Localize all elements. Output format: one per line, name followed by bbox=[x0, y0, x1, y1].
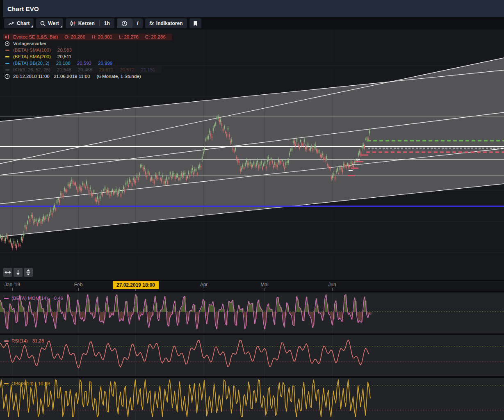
unfold-vertical-icon bbox=[25, 269, 31, 276]
legend-text: 20,572 bbox=[120, 67, 134, 72]
obos-panel[interactable]: OBOS(14) 10,39 bbox=[0, 376, 504, 420]
legend-row-bollinger[interactable]: (BETA) BB(20, 2)20,18820,59320,999 bbox=[3, 60, 119, 66]
legend-text: O: 20,286 bbox=[64, 34, 85, 39]
legend-text: (BETA) BB(20, 2) bbox=[13, 61, 50, 66]
legend-row-instrument[interactable]: Evotec SE (L&S, Bid)O: 20,286H: 20,301L:… bbox=[3, 34, 172, 40]
time-axis-label: Feb bbox=[74, 282, 83, 288]
time-axis: Jan '19FebAprMaiJun 27.02.2019 18:00 bbox=[0, 280, 504, 291]
legend-text: (BETA) SMA(100) bbox=[13, 48, 51, 52]
candles-icon bbox=[4, 34, 10, 40]
timeframe-label: 1h bbox=[104, 21, 110, 26]
dash-icon bbox=[4, 63, 10, 64]
rsi-label: RSI(14) bbox=[11, 338, 28, 343]
legend-text: IKH(9, 26, 52, 25) bbox=[13, 67, 50, 72]
rsi-panel[interactable]: RSI(14) 31,28 bbox=[0, 333, 504, 376]
obos-chart-svg bbox=[0, 378, 504, 420]
time-axis-tick bbox=[265, 288, 265, 291]
page-title: Chart EVO bbox=[7, 5, 39, 12]
arrow-down-icon bbox=[16, 269, 20, 275]
legend-text: 20,488 bbox=[78, 67, 92, 72]
scroll-down-button[interactable] bbox=[14, 268, 23, 277]
legend-text: Evotec SE (L&S, Bid) bbox=[13, 34, 58, 39]
obos-legend[interactable]: OBOS(14) 10,39 bbox=[4, 381, 50, 386]
dash-icon bbox=[4, 56, 10, 57]
info-button[interactable]: i bbox=[132, 18, 143, 28]
time-axis-label: Mai bbox=[260, 282, 268, 288]
fit-horizontal-button[interactable] bbox=[3, 268, 12, 277]
legend-text: H: 20,301 bbox=[92, 34, 112, 39]
legend-row-sma200[interactable]: (BETA) SMA(200)20,511 bbox=[3, 53, 78, 60]
left-edge-strip bbox=[0, 0, 3, 30]
clock-icon bbox=[121, 21, 128, 27]
indikatoren-button[interactable]: fx Indikatoren bbox=[145, 18, 187, 28]
legend-text: 20,671 bbox=[99, 67, 113, 72]
legend-text: (6 Monate, 1 Stunde) bbox=[97, 74, 141, 79]
charttype-timeframe-group: Kerzen 1h bbox=[66, 18, 114, 28]
rsi-chart-svg bbox=[0, 335, 504, 376]
time-axis-tick bbox=[332, 288, 333, 291]
legend-text: 20.12.2018 11:00 - 21.06.2019 11:00 bbox=[13, 74, 90, 79]
search-icon bbox=[40, 21, 46, 26]
time-info-group: i bbox=[117, 18, 143, 28]
wert-label: Wert bbox=[48, 21, 59, 26]
title-bar: Chart EVO bbox=[0, 0, 504, 17]
fx-icon: fx bbox=[149, 21, 154, 26]
time-axis-tick bbox=[204, 288, 204, 291]
main-price-chart[interactable]: Evotec SE (L&S, Bid)O: 20,286H: 20,301L:… bbox=[0, 30, 504, 280]
selected-time-badge[interactable]: 27.02.2019 18:00 bbox=[113, 281, 159, 289]
line-chart-icon bbox=[8, 21, 14, 26]
mom-value: -0,46 bbox=[52, 296, 63, 301]
legend-row-timerange[interactable]: 20.12.2018 11:00 - 21.06.2019 11:00(6 Mo… bbox=[3, 73, 147, 80]
chart-bottom-tools bbox=[3, 268, 33, 277]
legend-row-sma100[interactable]: (BETA) SMA(100)20,583 bbox=[3, 47, 78, 53]
time-range-button[interactable] bbox=[117, 18, 132, 28]
legend-text: 20,548 bbox=[57, 67, 71, 72]
bookmark-button[interactable] bbox=[189, 18, 201, 28]
legend-text: 20,593 bbox=[77, 61, 91, 66]
legend-text: 20,511 bbox=[57, 54, 71, 59]
legend-text: 20,188 bbox=[56, 61, 71, 66]
timeframe-button[interactable]: 1h bbox=[100, 18, 114, 28]
candlestick-icon bbox=[70, 21, 76, 26]
expand-panels-button[interactable] bbox=[24, 268, 33, 277]
obos-value: 10,39 bbox=[38, 381, 50, 386]
legend-text: 21,151 bbox=[141, 67, 155, 72]
indikatoren-label: Indikatoren bbox=[156, 21, 183, 26]
dash-icon bbox=[4, 69, 10, 71]
legend-text: 20,583 bbox=[57, 48, 72, 52]
chart-menu-button[interactable]: Chart bbox=[4, 18, 34, 28]
rsi-value: 31,28 bbox=[32, 338, 44, 343]
legend-text: 20,999 bbox=[98, 61, 112, 66]
legend-text: (BETA) SMA(200) bbox=[13, 54, 51, 59]
mom-dash-icon bbox=[4, 298, 9, 299]
target-icon bbox=[4, 41, 10, 46]
rsi-dash-icon bbox=[4, 340, 9, 342]
legend-text: C: 20,286 bbox=[145, 34, 166, 39]
legend-row-vortagesmarker[interactable]: Vortagesmarker bbox=[3, 40, 52, 47]
time-axis-label: Apr bbox=[200, 282, 208, 288]
clock-icon bbox=[4, 74, 10, 79]
rsi-legend[interactable]: RSI(14) 31,28 bbox=[4, 338, 44, 343]
time-axis-label: Jan '19 bbox=[5, 282, 20, 288]
mom-chart-svg bbox=[0, 292, 504, 333]
indicator-legend: Evotec SE (L&S, Bid)O: 20,286H: 20,301L:… bbox=[3, 34, 172, 80]
dash-icon bbox=[4, 50, 10, 51]
bookmark-icon bbox=[193, 21, 198, 26]
legend-text: L: 20,276 bbox=[119, 34, 139, 39]
chart-menu-label: Chart bbox=[17, 21, 30, 26]
kerzen-button[interactable]: Kerzen bbox=[66, 18, 99, 28]
wert-search-button[interactable]: Wert bbox=[36, 18, 63, 28]
mom-panel[interactable]: (BETA) MOM(14) -0,46 bbox=[0, 291, 504, 333]
mom-label: (BETA) MOM(14) bbox=[11, 296, 48, 301]
obos-label: OBOS(14) bbox=[11, 381, 34, 386]
dropdown-corner-icon bbox=[60, 25, 62, 27]
kerzen-label: Kerzen bbox=[78, 21, 95, 26]
legend-text: Vortagesmarker bbox=[13, 41, 46, 46]
mom-legend[interactable]: (BETA) MOM(14) -0,46 bbox=[4, 296, 63, 301]
arrows-horizontal-icon bbox=[5, 270, 11, 274]
time-axis-label: Jun bbox=[328, 282, 336, 288]
chart-evo-app: Chart EVO Chart Wert bbox=[0, 0, 504, 420]
legend-row-ichimoku[interactable]: IKH(9, 26, 52, 25)20,54820,48820,67120,5… bbox=[3, 66, 162, 73]
info-label: i bbox=[137, 21, 138, 26]
main-toolbar: Chart Wert Kerzen 1h bbox=[0, 17, 504, 30]
